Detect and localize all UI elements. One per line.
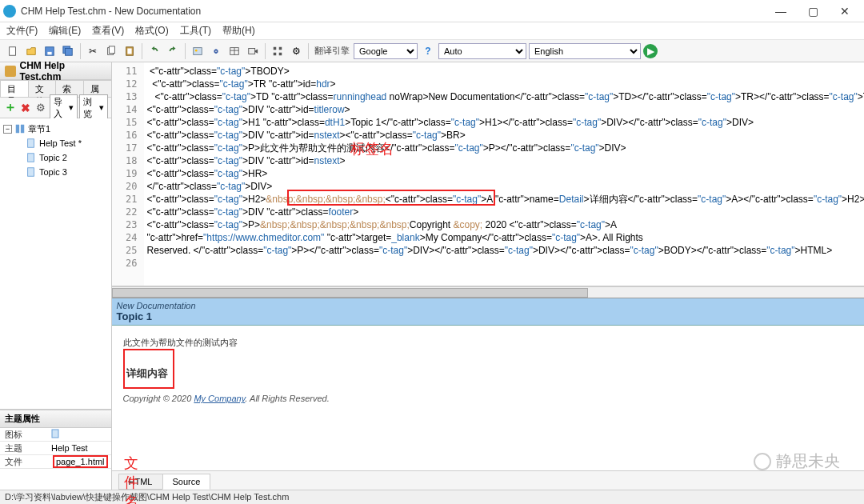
translate-engine-select[interactable]: Google [354,43,418,59]
tree-item[interactable]: Topic 2 [3,150,108,165]
watermark-icon [754,453,771,470]
tree-item[interactable]: Help Test * [3,136,108,150]
maximize-button[interactable]: ▢ [797,0,829,22]
preview-h2: 详细内容 [126,366,168,381]
translate-from-select[interactable]: Auto [438,43,526,59]
save-icon[interactable] [42,43,58,59]
preview-header: New Documentation Topic 1 [112,298,864,326]
menu-bar: 文件(F) 编辑(E) 查看(V) 格式(O) 工具(T) 帮助(H) [0,22,864,40]
menu-help[interactable]: 帮助(H) [222,24,255,38]
title-bar: CHM Help Test.chm - New Documentation — … [0,0,864,22]
paste-icon[interactable] [122,43,138,59]
filename-highlight: page_1.html [53,455,108,468]
svg-rect-17 [274,52,277,55]
toolbar: ✂ ⚙ 翻译引擎 Google ? Auto English ▶ [0,40,864,62]
horizontal-scrollbar[interactable] [112,286,864,298]
svg-rect-18 [279,52,282,55]
toc-tree[interactable]: − 章节1 Help Test * Topic 2 Topic 3 [0,118,111,410]
svg-rect-8 [127,48,131,54]
translate-to-select[interactable]: English [529,43,641,59]
import-dropdown[interactable]: 导入▾ [50,94,78,122]
minimize-button[interactable]: — [765,0,797,22]
properties-grid: 图标 主题 Help Test 文件 page_1.html 文件名 [0,428,111,490]
annotation-file-label: 文件名 [124,454,138,504]
menu-edit[interactable]: 编辑(E) [49,24,81,38]
open-icon[interactable] [23,43,39,59]
svg-rect-6 [109,46,114,53]
page-icon [26,138,37,149]
property-row: 主题 Help Test [0,442,111,455]
menu-file[interactable]: 文件(F) [6,24,38,38]
book-icon [14,123,26,134]
preview-breadcrumb: New Documentation [117,301,864,310]
code-editor[interactable]: 11 12 13 14 15 16 17 18 19 20 21 22 23 2… [112,62,864,286]
project-name: CHM Help Test.chm [20,60,106,82]
svg-rect-20 [28,154,34,162]
table-icon[interactable] [226,43,242,59]
undo-icon[interactable] [146,43,162,59]
svg-point-10 [195,49,198,51]
annotation-h2-box: 详细内容 [123,349,174,389]
page-icon [26,152,37,163]
svg-rect-14 [249,48,255,54]
add-icon[interactable]: ＋ [3,100,18,116]
preview-panel: New Documentation Topic 1 此文件为帮助文件的测试内容 … [112,298,864,490]
video-icon[interactable] [245,43,261,59]
save-all-icon[interactable] [60,43,76,59]
property-row: 文件 page_1.html [0,455,111,469]
help-small-icon[interactable]: ? [420,43,436,59]
annotation-tag-box [287,190,495,206]
properties-header: 主题属性 [0,410,111,428]
preview-footer: Copyright © 2020 My Company. All Rights … [123,394,864,403]
menu-format[interactable]: 格式(O) [135,24,168,38]
left-panel: CHM Help Test.chm 目录 文件 索引 属性 ＋ ✖ ⚙ 导入▾ … [0,62,112,490]
svg-rect-9 [194,47,202,54]
tab-toc[interactable]: 目录 [0,80,29,97]
svg-rect-15 [274,46,277,50]
close-button[interactable]: ✕ [829,0,861,22]
cut-icon[interactable]: ✂ [85,43,101,59]
menu-tools[interactable]: 工具(T) [180,24,211,38]
preview-paragraph: 此文件为帮助文件的测试内容 [123,337,864,349]
delete-icon[interactable]: ✖ [19,100,33,116]
svg-rect-16 [279,46,282,50]
link-icon[interactable] [208,43,224,59]
page-icon [26,166,37,178]
menu-view[interactable]: 查看(V) [92,24,124,38]
bottom-tabs: HTML Source [112,470,864,490]
app-icon [3,5,16,18]
right-panel: 11 12 13 14 15 16 17 18 19 20 21 22 23 2… [112,62,864,490]
new-icon[interactable] [5,43,21,59]
options-icon[interactable]: ⚙ [34,100,48,116]
project-bar: CHM Help Test.chm [0,62,111,80]
page-small-icon [51,429,61,438]
project-icon [5,66,16,77]
collapse-icon[interactable]: − [3,125,12,134]
code-area[interactable]: <"c-attr">class="c-tag">TBODY> <"c-attr"… [144,62,864,286]
preview-footer-link[interactable]: My Company [194,394,245,403]
svg-rect-21 [28,168,34,177]
watermark: 静思未央 [754,450,840,472]
translate-engine-label: 翻译引擎 [313,45,351,57]
tree-root[interactable]: − 章节1 [3,122,108,136]
svg-rect-0 [10,46,16,55]
line-gutter: 11 12 13 14 15 16 17 18 19 20 21 22 23 2… [112,62,144,286]
image-icon[interactable] [190,43,206,59]
window-title: CHM Help Test.chm - New Documentation [21,6,765,17]
tab-source[interactable]: Source [162,474,211,490]
run-translate-icon[interactable]: ▶ [643,44,658,58]
copy-icon[interactable] [103,43,119,59]
property-row: 图标 [0,428,111,442]
redo-icon[interactable] [165,43,181,59]
preview-title: Topic 1 [117,310,864,322]
scroll-thumb[interactable] [112,288,588,298]
svg-rect-19 [28,139,34,148]
annotation-tag-label: 标签名 [350,142,394,155]
browse-dropdown[interactable]: 浏览▾ [79,94,107,122]
svg-rect-22 [52,430,58,438]
tree-item[interactable]: Topic 3 [3,165,108,179]
svg-rect-2 [47,51,51,54]
gear-icon[interactable]: ⚙ [288,43,304,59]
svg-rect-4 [66,48,73,55]
grid-icon[interactable] [270,43,286,59]
